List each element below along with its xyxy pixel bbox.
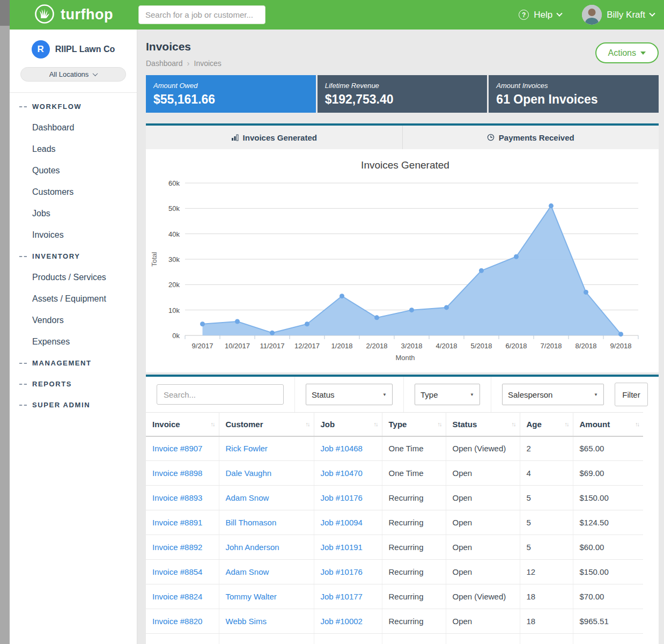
column-header-invoice[interactable]: Invoice↑↓: [146, 413, 219, 436]
column-header-label: Type: [389, 420, 407, 429]
filter-button[interactable]: Filter: [615, 383, 648, 406]
left-scrollbar[interactable]: [0, 0, 10, 644]
breadcrumb-dashboard[interactable]: Dashboard: [146, 59, 183, 68]
filter-button-cell: Filter: [615, 383, 659, 406]
location-selector[interactable]: All Locations: [20, 67, 126, 82]
job-link[interactable]: Job #10176: [321, 567, 363, 576]
location-selector-label: All Locations: [49, 70, 89, 78]
invoice-link[interactable]: Invoice #8892: [152, 543, 202, 552]
invoice-link[interactable]: Invoice #8898: [152, 469, 202, 478]
dashed-line-icon: [19, 363, 27, 364]
company-switcher[interactable]: R RIIPL Lawn Co: [10, 40, 137, 58]
content-row: R RIIPL Lawn Co All Locations WORKFLOWDa…: [10, 30, 664, 644]
sidebar-item-invoices[interactable]: Invoices: [10, 224, 137, 246]
sort-icon[interactable]: ↑↓: [512, 421, 515, 427]
column-header-customer[interactable]: Customer↑↓: [219, 413, 314, 436]
column-header-job[interactable]: Job↑↓: [314, 413, 382, 436]
help-menu[interactable]: ? Help: [519, 10, 562, 20]
type-cell: Recurring: [382, 609, 446, 634]
customer-cell: Webb Sims: [219, 609, 314, 634]
sidebar-section-reports[interactable]: REPORTS: [10, 374, 137, 394]
sidebar-item-quotes[interactable]: Quotes: [10, 160, 137, 181]
page-title: Invoices: [146, 40, 222, 53]
chevron-down-icon: [649, 10, 655, 16]
sidebar-item-leads[interactable]: Leads: [10, 138, 137, 160]
sidebar-item-jobs[interactable]: Jobs: [10, 203, 137, 224]
svg-text:2/2018: 2/2018: [366, 342, 388, 350]
brand-logo[interactable]: turfhop: [10, 3, 137, 27]
job-link[interactable]: Job #10191: [321, 543, 363, 552]
invoice-link[interactable]: Invoice #8820: [152, 617, 202, 626]
job-link[interactable]: Job #10094: [321, 518, 363, 527]
sort-icon[interactable]: ↑↓: [374, 421, 378, 427]
sidebar-item-assets-equipment[interactable]: Assets / Equipment: [10, 288, 137, 310]
salesperson-select-value: Salesperson: [508, 390, 552, 399]
customer-link[interactable]: Rick Fowler: [226, 444, 268, 453]
sort-icon[interactable]: ↑↓: [306, 421, 309, 427]
status-select[interactable]: Status▼: [306, 384, 393, 405]
job-link[interactable]: Job #10468: [321, 444, 363, 453]
table-row: Invoice #8820Webb SimsJob #10002Recurrin…: [146, 609, 643, 634]
tab-invoices-generated[interactable]: Invoices Generated: [146, 126, 402, 149]
sort-icon[interactable]: ↑↓: [565, 421, 569, 427]
customer-link[interactable]: Bill Thomason: [226, 518, 277, 527]
invoice-cell: Invoice #8907: [146, 436, 219, 461]
dashed-line-icon: [19, 106, 27, 107]
type-cell: Recurring: [382, 510, 446, 535]
sidebar: R RIIPL Lawn Co All Locations WORKFLOWDa…: [10, 30, 137, 644]
tab-payments-received[interactable]: Payments Received: [402, 126, 659, 149]
customer-link[interactable]: Adam Snow: [226, 493, 269, 502]
sidebar-section-label: MANAGEMENT: [32, 359, 92, 367]
sort-icon[interactable]: ↑↓: [438, 421, 441, 427]
sidebar-section-inventory[interactable]: INVENTORY: [10, 246, 137, 267]
clock-icon: [487, 134, 495, 141]
sidebar-item-expenses[interactable]: Expenses: [10, 331, 137, 353]
sort-icon[interactable]: ↑↓: [211, 421, 215, 427]
invoice-link[interactable]: Invoice #8824: [152, 592, 202, 601]
table-search-input[interactable]: [157, 384, 284, 405]
sidebar-item-customers[interactable]: Customers: [10, 181, 137, 203]
sidebar-item-dashboard[interactable]: Dashboard: [10, 117, 137, 138]
customer-link[interactable]: Webb Sims: [226, 617, 267, 626]
customer-link[interactable]: Adam Snow: [226, 567, 269, 576]
sort-icon[interactable]: ↑↓: [635, 421, 639, 427]
svg-text:12/2017: 12/2017: [294, 342, 320, 350]
sidebar-section-workflow[interactable]: WORKFLOW: [10, 96, 137, 117]
invoice-cell: Invoice #8854: [146, 560, 219, 584]
customer-link[interactable]: Tommy Walter: [226, 592, 277, 601]
customer-link[interactable]: Dale Vaughn: [226, 469, 272, 478]
column-header-age[interactable]: Age↑↓: [520, 413, 573, 436]
sidebar-item-products-services[interactable]: Products / Services: [10, 267, 137, 288]
left-scrollbar-thumb[interactable]: [0, 0, 10, 26]
actions-button[interactable]: Actions: [595, 42, 659, 63]
stat-card-amount-owed: Amount Owed$55,161.66: [146, 75, 316, 113]
salesperson-select[interactable]: Salesperson▼: [502, 384, 604, 405]
user-menu[interactable]: Billy Kraft: [582, 5, 654, 25]
sidebar-section-super-admin[interactable]: SUPER ADMIN: [10, 394, 137, 415]
tab-label: Invoices Generated: [243, 133, 317, 142]
status-select-value: Status: [312, 390, 335, 399]
column-header-type[interactable]: Type↑↓: [382, 413, 446, 436]
amount-cell: $70.00: [573, 584, 643, 609]
invoice-link[interactable]: Invoice #8854: [152, 567, 202, 576]
invoice-link[interactable]: Invoice #8891: [152, 518, 202, 527]
sidebar-item-vendors[interactable]: Vendors: [10, 310, 137, 331]
global-search-input[interactable]: [138, 5, 265, 24]
sidebar-section-management[interactable]: MANAGEMENT: [10, 353, 137, 374]
invoice-link[interactable]: Invoice #8893: [152, 493, 202, 502]
chevron-down-icon: [557, 10, 563, 16]
column-header-label: Invoice: [152, 420, 180, 429]
column-header-amount[interactable]: Amount↑↓: [573, 413, 643, 436]
type-select[interactable]: Type▼: [415, 384, 480, 405]
job-link[interactable]: Job #10470: [321, 469, 363, 478]
job-link[interactable]: Job #10177: [321, 592, 363, 601]
job-link[interactable]: Job #10176: [321, 493, 363, 502]
job-link[interactable]: Job #10002: [321, 617, 363, 626]
customer-link[interactable]: John Anderson: [226, 543, 279, 552]
stat-value: $55,161.66: [153, 92, 308, 107]
table-row: Invoice #8907Rick FowlerJob #10468One Ti…: [146, 436, 643, 461]
customer-cell: Bill Thomason: [219, 510, 314, 535]
column-header-status[interactable]: Status↑↓: [446, 413, 520, 436]
chart-tabs: Invoices GeneratedPayments Received: [146, 126, 659, 149]
invoice-link[interactable]: Invoice #8907: [152, 444, 202, 453]
